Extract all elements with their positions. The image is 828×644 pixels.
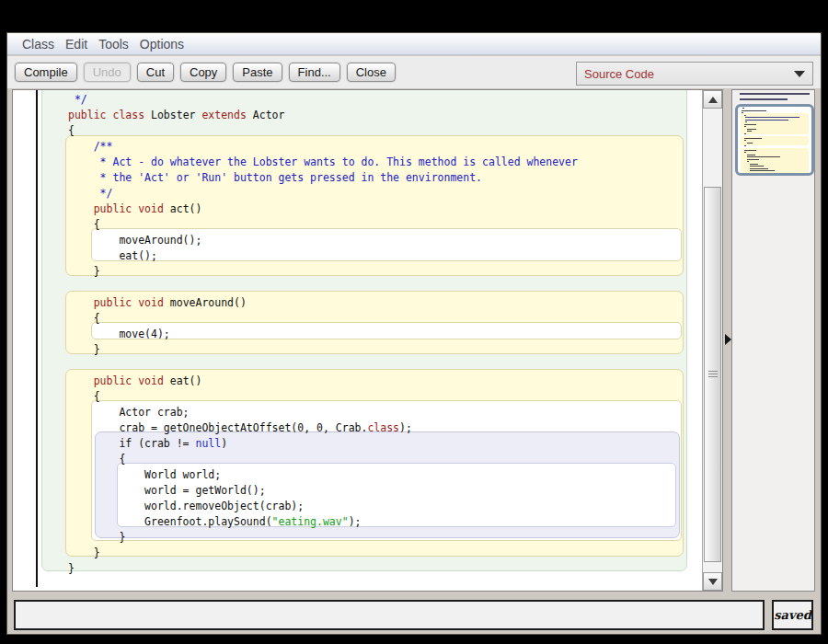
menu-item-options[interactable]: Options	[134, 37, 190, 52]
minimap-line	[747, 155, 755, 155]
code-line[interactable]: World world;	[68, 467, 578, 483]
code-line[interactable]: public class Lobster extends Actor	[68, 108, 578, 123]
find-button[interactable]: Find...	[289, 63, 340, 82]
minimap-line	[744, 152, 746, 153]
menu-item-tools[interactable]: Tools	[93, 37, 134, 52]
code-line[interactable]: public void eat()	[68, 374, 578, 389]
compile-button[interactable]: Compile	[15, 63, 77, 82]
minimap-line	[744, 124, 756, 125]
view-selector-value: Source Code	[584, 67, 794, 81]
greenfoot-editor-window: ClassEditToolsOptions CompileUndoCutCopy…	[7, 33, 821, 634]
code-area[interactable]: */public class Lobster extends Actor{ /*…	[38, 90, 702, 591]
code-line[interactable]: eat();	[68, 248, 578, 264]
vertical-scrollbar[interactable]	[702, 90, 722, 591]
code-line[interactable]: public void moveAround()	[68, 295, 578, 311]
code-line[interactable]: {	[68, 123, 578, 139]
minimap-panel[interactable]	[731, 89, 815, 592]
code-line[interactable]: * the 'Act' or 'Run' button gets pressed…	[68, 170, 578, 186]
copy-button[interactable]: Copy	[180, 63, 226, 82]
minimap-line	[744, 115, 746, 116]
status-message-field	[14, 600, 765, 630]
splitpane-collapse-arrow-icon[interactable]	[725, 334, 731, 345]
menu-item-edit[interactable]: Edit	[60, 37, 93, 52]
minimap-line	[747, 143, 753, 144]
code-line[interactable]: */	[68, 186, 578, 201]
code-line[interactable]: world.removeObject(crab);	[68, 499, 578, 514]
minimap-viewport[interactable]	[735, 104, 814, 176]
thumb-grip-icon	[708, 371, 718, 378]
code-line[interactable]: public void act()	[68, 201, 578, 217]
minimap-line	[745, 120, 788, 121]
cut-button[interactable]: Cut	[137, 63, 174, 82]
code-line[interactable]: move(4);	[68, 327, 578, 342]
code-line[interactable]	[68, 280, 578, 295]
code-line[interactable]	[68, 358, 578, 374]
code-line[interactable]: {	[68, 311, 578, 327]
minimap-line	[745, 117, 799, 118]
minimap-line	[740, 98, 788, 100]
minimap-line	[742, 112, 743, 113]
code-line[interactable]: }	[68, 264, 578, 280]
minimap-line	[750, 170, 775, 171]
menu-item-class[interactable]: Class	[17, 37, 60, 52]
minimap-line	[742, 110, 766, 111]
minimap-line	[747, 129, 756, 130]
minimap-line	[742, 108, 744, 109]
minimap-line	[744, 126, 746, 127]
code-text[interactable]: */public class Lobster extends Actor{ /*…	[68, 92, 578, 577]
close-button[interactable]: Close	[347, 63, 396, 82]
minimap-line	[744, 145, 746, 146]
minimap-line	[747, 131, 752, 132]
chevron-down-icon	[794, 71, 805, 77]
code-line[interactable]: moveAround();	[68, 233, 578, 248]
minimap-line	[744, 133, 746, 134]
menu-bar: ClassEditToolsOptions	[7, 33, 821, 55]
minimap-line	[747, 161, 749, 162]
code-line[interactable]: }	[68, 546, 578, 561]
minimap-line	[744, 150, 756, 151]
minimap-line	[750, 168, 768, 169]
minimap-content	[738, 107, 811, 173]
arrow-up-icon	[708, 97, 718, 103]
code-line[interactable]: Greenfoot.playSound("eating.wav");	[68, 514, 578, 530]
code-line[interactable]: * Act - do whatever the Lobster wants to…	[68, 155, 578, 170]
arrow-down-icon	[708, 579, 718, 585]
save-state-badge: saved	[772, 600, 813, 630]
scroll-up-button[interactable]	[703, 90, 722, 109]
code-line[interactable]: */	[68, 92, 578, 108]
scrollbar-thumb[interactable]	[704, 187, 721, 562]
code-line[interactable]: if (crab != null)	[68, 436, 578, 452]
minimap-line	[750, 166, 764, 167]
minimap-line	[740, 93, 810, 95]
code-line[interactable]: {	[68, 217, 578, 233]
code-line[interactable]: }	[68, 530, 578, 546]
minimap-line	[745, 121, 747, 122]
screen: ClassEditToolsOptions CompileUndoCutCopy…	[0, 0, 828, 644]
minimap-line	[747, 159, 759, 160]
code-line[interactable]: Actor crab;	[68, 405, 578, 420]
code-line[interactable]: {	[68, 389, 578, 405]
code-line[interactable]: {	[68, 452, 578, 467]
code-line[interactable]: /**	[68, 139, 578, 155]
minimap-line	[744, 138, 762, 139]
minimap-line	[747, 156, 780, 157]
undo-button[interactable]: Undo	[84, 63, 131, 82]
code-line[interactable]: world = getWorld();	[68, 483, 578, 499]
code-line[interactable]: crab = getOneObjectAtOffset(0, 0, Crab.c…	[68, 420, 578, 436]
view-selector-dropdown[interactable]: Source Code	[576, 62, 813, 86]
code-editor[interactable]: */public class Lobster extends Actor{ /*…	[12, 89, 723, 592]
minimap-line	[750, 164, 758, 165]
scroll-down-button[interactable]	[703, 572, 722, 591]
breakpoint-gutter[interactable]	[13, 90, 36, 591]
code-line[interactable]: }	[68, 561, 578, 577]
code-line[interactable]: }	[68, 342, 578, 358]
minimap-line	[744, 140, 746, 141]
paste-button[interactable]: Paste	[233, 63, 282, 82]
